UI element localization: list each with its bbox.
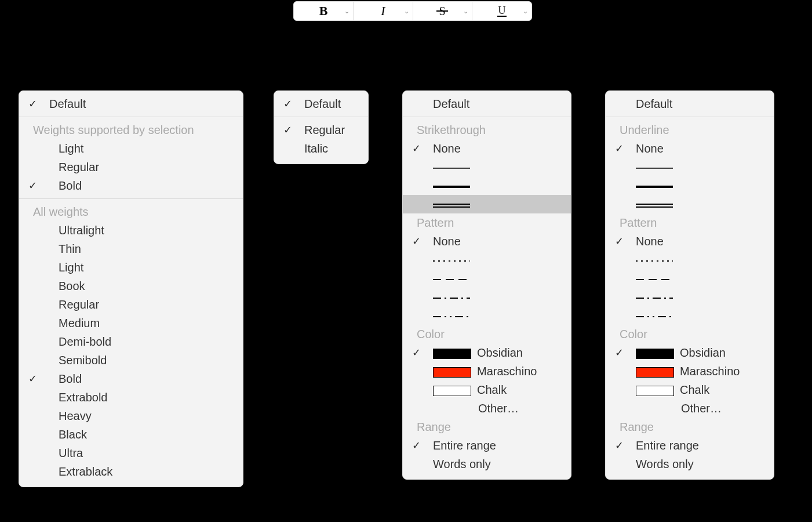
color-item[interactable]: Maraschino [403, 362, 571, 380]
chevron-down-icon: ⌄ [344, 8, 349, 15]
line-style-item[interactable] [606, 176, 774, 195]
menu-item[interactable]: Words only [403, 455, 571, 473]
line-pattern-item[interactable] [403, 269, 571, 288]
line-pattern-item[interactable] [403, 251, 571, 269]
italic-segment[interactable]: I ⌄ [354, 2, 413, 20]
menu-item-label: Light [59, 142, 83, 155]
line-style-icon [433, 183, 470, 191]
strike-default-item[interactable]: Default [403, 95, 571, 113]
bold-default-item[interactable]: ✓ Default [19, 95, 243, 113]
check-icon: ✓ [283, 96, 294, 111]
menu-item-label: Extrablack [59, 465, 112, 478]
underline-color-other-item[interactable]: Other… [606, 399, 774, 418]
line-style-item[interactable]: ✓None [606, 139, 774, 158]
menu-item-label: Ultralight [59, 224, 104, 237]
menu-item-label: Obsidian [477, 346, 523, 359]
color-item[interactable]: ✓Obsidian [606, 343, 774, 362]
menu-item[interactable]: Book [19, 277, 243, 295]
line-pattern-item[interactable] [606, 306, 774, 325]
menu-item[interactable]: Black [19, 425, 243, 444]
line-style-icon [636, 183, 673, 191]
line-style-item[interactable] [403, 176, 571, 195]
line-style-item[interactable] [403, 195, 571, 213]
strike-range-header: Range [403, 418, 571, 436]
check-icon: ✓ [28, 178, 39, 193]
line-pattern-item[interactable]: ✓None [606, 232, 774, 251]
check-icon: ✓ [28, 96, 39, 111]
menu-item-label: Default [636, 97, 672, 110]
italic-default-item[interactable]: ✓ Default [274, 95, 368, 113]
strike-style-header: Strikethrough [403, 121, 571, 139]
menu-item[interactable]: Light [19, 258, 243, 277]
line-pattern-item[interactable] [606, 288, 774, 306]
check-icon: ✓ [412, 345, 423, 360]
menu-item-label: Book [59, 280, 85, 292]
menu-item-label: None [433, 235, 461, 248]
check-icon: ✓ [615, 234, 625, 249]
menu-item[interactable]: Regular [19, 158, 243, 176]
menu-item[interactable]: Extrabold [19, 388, 243, 407]
line-pattern-item[interactable] [403, 288, 571, 306]
italic-menu: ✓ Default ✓RegularItalic [274, 90, 369, 164]
line-style-icon [636, 201, 673, 209]
line-pattern-item[interactable] [403, 306, 571, 325]
underline-default-item[interactable]: Default [606, 95, 774, 113]
menu-item[interactable]: Ultra [19, 444, 243, 462]
color-item[interactable]: Chalk [403, 380, 571, 399]
menu-item[interactable]: Demi-bold [19, 332, 243, 351]
strikethrough-segment[interactable]: S ⌄ [413, 2, 473, 20]
line-pattern-item[interactable] [606, 269, 774, 288]
menu-separator [19, 198, 243, 199]
menu-item[interactable]: Italic [274, 139, 368, 158]
menu-item-label: Default [49, 97, 86, 110]
strike-color-other-item[interactable]: Other… [403, 399, 571, 418]
menu-item[interactable]: Heavy [19, 407, 243, 425]
color-item[interactable]: Maraschino [606, 362, 774, 380]
line-style-item[interactable]: ✓None [403, 139, 571, 158]
menu-item-label: Bold [59, 372, 82, 385]
line-pattern-item[interactable] [606, 251, 774, 269]
underline-menu: Default Underline ✓None Pattern ✓None Co… [605, 90, 774, 480]
bold-menu: ✓ Default Weights supported by selection… [19, 90, 243, 487]
menu-item[interactable]: Words only [606, 455, 774, 473]
menu-item-label: Extrabold [59, 391, 108, 404]
menu-item-label: Chalk [477, 383, 507, 396]
bold-icon: B [317, 5, 330, 17]
menu-item[interactable]: Light [19, 139, 243, 158]
line-pattern-item[interactable]: ✓None [403, 232, 571, 251]
menu-item[interactable]: Extrablack [19, 462, 243, 481]
menu-item-label: Thin [59, 242, 81, 255]
strikethrough-icon: S [435, 5, 449, 17]
check-icon: ✓ [615, 438, 625, 453]
check-icon: ✓ [615, 345, 625, 360]
menu-item[interactable]: Medium [19, 314, 243, 332]
line-style-item[interactable] [403, 158, 571, 176]
line-style-item[interactable] [606, 158, 774, 176]
menu-item[interactable]: ✓Entire range [403, 436, 571, 455]
color-item[interactable]: ✓Obsidian [403, 343, 571, 362]
menu-item-label: Light [59, 261, 83, 274]
menu-item-label: Medium [59, 317, 100, 329]
line-style-item[interactable] [606, 195, 774, 213]
menu-separator [274, 117, 368, 117]
menu-item[interactable]: ✓Regular [274, 121, 368, 139]
strike-range-list: ✓Entire rangeWords only [403, 436, 571, 473]
menu-item-label: Regular [59, 161, 99, 173]
menu-item[interactable]: ✓Bold [19, 176, 243, 195]
chevron-down-icon: ⌄ [463, 8, 468, 15]
menu-item[interactable]: ✓Entire range [606, 436, 774, 455]
menu-item-label: None [433, 142, 461, 155]
bold-segment[interactable]: B ⌄ [294, 2, 354, 20]
underline-segment[interactable]: U ⌄ [472, 2, 531, 20]
line-pattern-icon [636, 257, 673, 265]
italic-variants-list: ✓RegularItalic [274, 121, 368, 158]
menu-item[interactable]: Regular [19, 295, 243, 314]
line-pattern-icon [433, 276, 470, 284]
menu-item-label: Maraschino [477, 365, 537, 378]
menu-item[interactable]: ✓Bold [19, 369, 243, 388]
menu-item[interactable]: Semibold [19, 351, 243, 369]
menu-item[interactable]: Ultralight [19, 221, 243, 240]
color-item[interactable]: Chalk [606, 380, 774, 399]
svg-text:I: I [380, 5, 386, 17]
menu-item[interactable]: Thin [19, 240, 243, 258]
